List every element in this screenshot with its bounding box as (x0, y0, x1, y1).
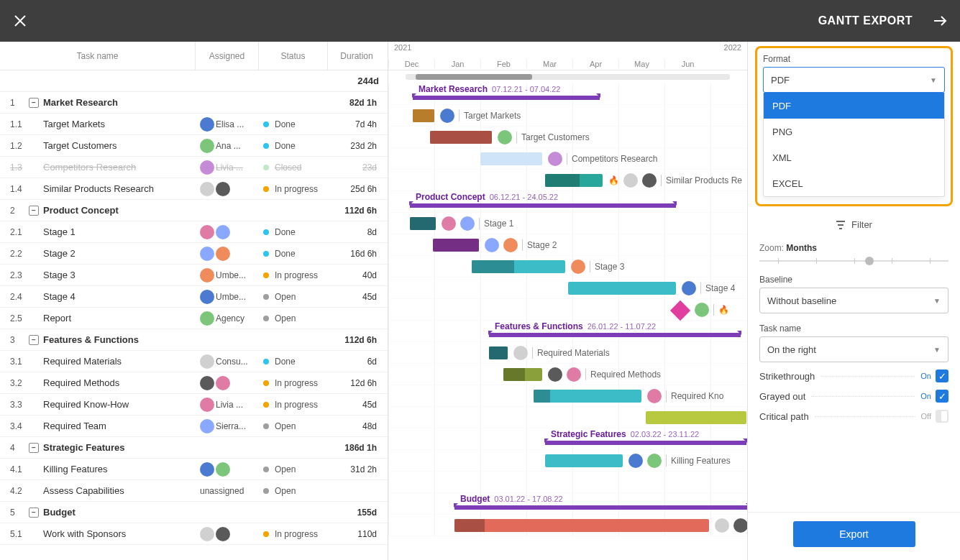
task-bar[interactable] (503, 368, 542, 381)
col-header-status[interactable]: Status (259, 42, 328, 70)
strikethrough-toggle[interactable]: On ✓ (920, 369, 948, 382)
task-parent-row[interactable]: 5−Budget155d (0, 502, 388, 523)
gantt-task-lane[interactable]: Target Markets (388, 105, 747, 127)
format-option-pdf[interactable]: PDF (764, 93, 944, 119)
task-name-cell: −Market Research (29, 97, 196, 108)
task-row[interactable]: 4.1Killing FeaturesOpen31d 2h (0, 459, 388, 480)
task-bar[interactable] (568, 282, 676, 295)
task-row[interactable]: 2.4Stage 4Umbe...Open45d (0, 286, 388, 308)
gantt-chart[interactable]: 2021 2022 DecJanFebMarAprMayJun Market R… (388, 42, 747, 560)
summary-bar[interactable] (410, 203, 676, 208)
gantt-overview-scrollbar[interactable] (406, 74, 730, 80)
task-bar[interactable] (413, 109, 434, 122)
gantt-task-lane[interactable]: Killing Features (388, 450, 747, 472)
assigned-text: Elisa ... (216, 119, 244, 129)
task-row[interactable]: 5.1Work with SponsorsIn progress110d (0, 523, 388, 545)
task-bar[interactable] (433, 239, 479, 252)
task-bar[interactable] (545, 174, 603, 187)
critical-toggle[interactable]: Off (921, 410, 948, 423)
task-bar[interactable] (430, 131, 492, 144)
task-row[interactable]: 1.4Similar Products ResearchIn progress2… (0, 178, 388, 200)
summary-bar[interactable] (545, 441, 746, 445)
milestone-diamond[interactable] (670, 300, 690, 321)
next-arrow-button[interactable] (920, 0, 960, 42)
taskname-select[interactable]: On the right ▼ (759, 336, 948, 362)
task-row[interactable]: 3.4Required TeamSierra...Open48d (0, 416, 388, 437)
gantt-summary-lane[interactable]: Features & Functions26.01.22 - 11.07.22 (388, 321, 747, 342)
gantt-task-lane[interactable]: Stage 1 (388, 213, 747, 234)
task-row[interactable]: 1.1Target MarketsElisa ...Done7d 4h (0, 114, 388, 135)
task-status-cell: In progress (259, 529, 328, 539)
task-parent-row[interactable]: 4−Strategic Features186d 1h (0, 437, 388, 459)
gantt-task-lane[interactable]: 🔥Similar Products Re (388, 170, 747, 191)
gantt-task-lane[interactable]: Stage 4 (388, 277, 747, 299)
task-bar[interactable] (489, 346, 508, 359)
format-select[interactable]: PDF ▼ (763, 67, 945, 93)
task-row[interactable]: 2.3Stage 3Umbe...In progress40d (0, 265, 388, 286)
gantt-task-lane[interactable]: Stage 3 (388, 256, 747, 277)
task-row[interactable]: 2.1Stage 1Done8d (0, 221, 388, 243)
gantt-summary-lane[interactable]: Budget03.01.22 - 17.08.22 (388, 493, 747, 515)
task-bar[interactable] (410, 217, 436, 230)
zoom-slider-knob[interactable] (865, 257, 874, 265)
task-row[interactable]: 3.1Required MaterialsConsu...Done6d (0, 351, 388, 372)
collapse-button[interactable]: − (29, 206, 39, 216)
task-bar[interactable] (646, 411, 746, 424)
summary-label: Product Concept06.12.21 - 24.05.22 (416, 191, 558, 203)
collapse-button[interactable]: − (29, 335, 39, 345)
gantt-task-lane[interactable]: Required Methods (388, 364, 747, 385)
task-bar[interactable] (472, 260, 565, 273)
collapse-button[interactable]: − (29, 443, 39, 453)
gantt-summary-lane[interactable]: Strategic Features02.03.22 - 23.11.22 (388, 428, 747, 450)
task-duration-cell: 31d 2h (328, 464, 385, 474)
gantt-task-lane[interactable]: Required Materials (388, 342, 747, 364)
task-row[interactable]: 3.2Required MethodsIn progress12d 6h (0, 372, 388, 394)
task-parent-row[interactable]: 3−Features & Functions112d 6h (0, 329, 388, 351)
task-parent-row[interactable]: 2−Product Concept112d 6h (0, 200, 388, 221)
col-header-assigned[interactable]: Assigned (196, 42, 259, 70)
filter-button[interactable]: Filter (759, 219, 948, 230)
task-row[interactable]: 3.3Required Know-HowLivia ...In progress… (0, 394, 388, 416)
task-bar[interactable] (480, 152, 542, 165)
task-bar[interactable] (454, 519, 709, 532)
gantt-overview-thumb[interactable] (416, 74, 532, 80)
gantt-task-lane[interactable]: Target Customers (388, 127, 747, 148)
summary-bar[interactable] (413, 96, 600, 100)
gantt-task-lane[interactable]: Required Kno (388, 385, 747, 407)
summary-bar[interactable] (454, 505, 747, 510)
gantt-task-lane[interactable]: Stage 2 (388, 234, 747, 256)
gantt-summary-lane[interactable]: Product Concept06.12.21 - 24.05.22 (388, 191, 747, 213)
summary-bar[interactable] (489, 333, 741, 337)
collapse-button[interactable]: − (29, 98, 39, 108)
task-parent-row[interactable]: 1−Market Research82d 1h (0, 92, 388, 114)
gantt-task-lane[interactable] (388, 407, 747, 428)
task-row[interactable]: 4.2Assess CapabilitiesunassignedOpen (0, 480, 388, 502)
task-row[interactable]: 2.5ReportAgencyOpen (0, 308, 388, 329)
collapse-button[interactable]: − (29, 508, 39, 518)
task-wbs: 5 (0, 508, 29, 518)
gantt-task-lane[interactable]: 🔥 (388, 299, 747, 321)
format-option-excel[interactable]: EXCEL (764, 170, 944, 196)
task-assigned-cell: Sierra... (196, 419, 259, 433)
assigned-text: Sierra... (216, 421, 246, 431)
col-header-name[interactable]: Task name (0, 42, 196, 70)
col-header-duration[interactable]: Duration (328, 42, 385, 70)
task-status-cell: Done (259, 357, 328, 367)
gantt-task-lane[interactable]: Competitors Research (388, 148, 747, 170)
task-row[interactable]: 1.2Target CustomersAna ...Done23d 2h (0, 135, 388, 157)
task-row[interactable]: 1.3Competitors ResearchLivia ...Closed23… (0, 157, 388, 178)
gantt-summary-lane[interactable]: Market Research07.12.21 - 07.04.22 (388, 83, 747, 105)
zoom-slider[interactable] (759, 256, 948, 266)
gantt-task-lane[interactable] (388, 515, 747, 536)
task-bar[interactable] (545, 454, 623, 467)
task-bar[interactable] (534, 390, 641, 403)
avatar (548, 152, 562, 166)
gantt-task-lane[interactable] (388, 472, 747, 493)
grayed-toggle[interactable]: On ✓ (920, 390, 948, 403)
format-option-png[interactable]: PNG (764, 119, 944, 144)
task-row[interactable]: 2.2Stage 2Done16d 6h (0, 243, 388, 265)
close-button[interactable] (0, 0, 40, 42)
export-button[interactable]: Export (793, 521, 915, 547)
baseline-select[interactable]: Without baseline ▼ (759, 288, 948, 313)
format-option-xml[interactable]: XML (764, 144, 944, 170)
